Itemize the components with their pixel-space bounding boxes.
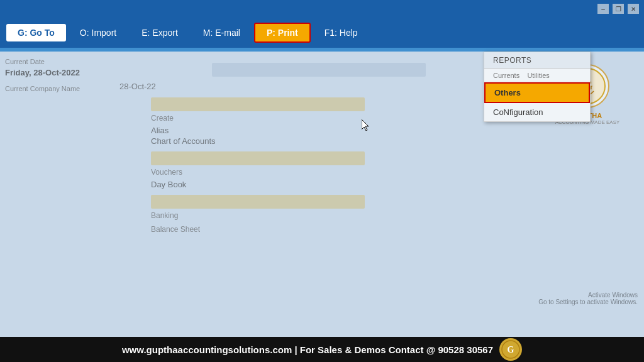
dropdown-item-configuration[interactable]: CoNfiguration (484, 103, 590, 121)
sidebar-company-label: Current Company Name (5, 85, 102, 92)
menu-bar: G: Go To O: Import E: Export M: E-mail P… (0, 18, 644, 48)
menu-print[interactable]: P: Print (254, 23, 311, 43)
menu-import[interactable]: O: Import (69, 24, 128, 41)
vouchers-daybook[interactable]: Day Book (151, 179, 525, 190)
menu-email[interactable]: M: E-mail (192, 24, 252, 41)
dropdown-item-currents: Currents Utilities (484, 69, 590, 82)
menu-help[interactable]: F1: Help (313, 24, 369, 41)
restore-button[interactable]: ❐ (613, 4, 624, 14)
minimize-button[interactable]: – (597, 4, 609, 14)
vouchers-group: Vouchers Day Book (151, 151, 525, 190)
dropdown-header: REPORTS (484, 52, 590, 69)
sidebar-date-label: Current Date (5, 58, 102, 65)
bottom-logo: G (499, 338, 522, 361)
banking-group: Banking (151, 195, 525, 220)
menu-export[interactable]: E: Export (130, 24, 189, 41)
svg-text:G: G (508, 345, 514, 354)
bottom-text: www.gupthaaccountingsolutions.com | For … (122, 344, 493, 355)
create-label: Create (151, 114, 525, 123)
close-button[interactable]: ✕ (628, 4, 639, 14)
create-chart[interactable]: Chart of Accounts (151, 136, 525, 146)
center-content: 28-Oct-22 Create Alias Chart of Accounts… (107, 52, 531, 337)
banking-bar (151, 195, 365, 209)
sidebar: Current Date Friday, 28-Oct-2022 Current… (0, 52, 107, 337)
center-top-bar (212, 63, 426, 77)
title-bar: – ❐ ✕ (0, 0, 644, 18)
balance-group: Balance Sheet (151, 225, 525, 234)
dropdown-menu: REPORTS Currents Utilities Others CoNfig… (484, 52, 591, 122)
vouchers-label: Vouchers (151, 168, 525, 177)
bottom-bar: www.gupthaaccountingsolutions.com | For … (0, 337, 644, 362)
create-bar (151, 97, 365, 111)
sidebar-date-value: Friday, 28-Oct-2022 (5, 68, 102, 77)
balance-label: Balance Sheet (151, 225, 525, 234)
vouchers-bar (151, 151, 365, 165)
create-alias[interactable]: Alias (151, 125, 525, 136)
banking-label: Banking (151, 211, 525, 220)
main-content: Current Date Friday, 28-Oct-2022 Current… (0, 52, 644, 337)
center-date: 28-Oct-22 (113, 82, 525, 91)
activate-windows-watermark: Activate Windows Go to Settings to activ… (538, 292, 638, 305)
dropdown-item-others[interactable]: Others (484, 82, 590, 103)
menu-goto[interactable]: G: Go To (6, 24, 66, 41)
